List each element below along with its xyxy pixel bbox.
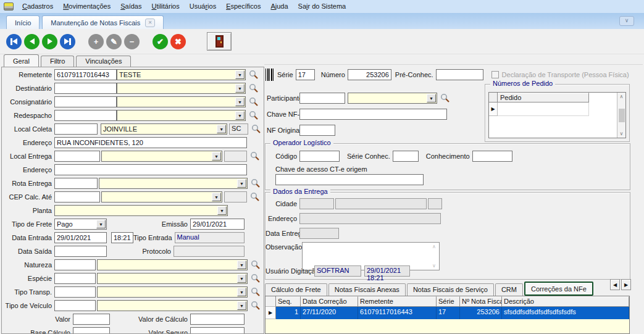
pedidos-scrollbar[interactable]: ∧ ∨ <box>617 93 625 138</box>
tipo-veiculo-code-input[interactable] <box>54 300 96 311</box>
chave-cte-input[interactable] <box>275 174 424 185</box>
exit-button[interactable] <box>207 32 232 51</box>
local-coleta-combo[interactable]: JOINVILLE ▼ <box>101 123 227 135</box>
search-icon[interactable] <box>248 83 259 94</box>
codigo-input[interactable] <box>299 151 340 162</box>
local-entrega-combo[interactable]: ▼ <box>101 151 222 162</box>
pedidos-row[interactable]: ▶ <box>489 102 617 116</box>
scroll-tabs-left-button[interactable]: ◀ <box>610 279 620 290</box>
natureza-combo[interactable]: ▼ <box>97 259 248 270</box>
chevron-down-icon[interactable]: ▼ <box>235 98 245 106</box>
chevron-down-icon[interactable]: ▼ <box>237 274 246 283</box>
redespacho-code-input[interactable] <box>54 110 117 121</box>
menu-item-utilitarios[interactable]: Utilitários <box>146 1 184 12</box>
confirm-button[interactable]: ✔ <box>153 34 168 49</box>
search-icon[interactable] <box>249 151 261 162</box>
search-icon[interactable] <box>250 259 261 270</box>
pre-conhec-input[interactable] <box>436 69 483 80</box>
participante-combo[interactable]: ▼ <box>348 93 437 104</box>
rota-entrega-code-input[interactable] <box>54 178 98 189</box>
chevron-down-icon[interactable]: ▼ <box>237 179 246 188</box>
chevron-down-icon[interactable]: ▼ <box>237 288 246 296</box>
chevron-down-icon[interactable]: ▼ <box>217 125 226 133</box>
scroll-down-icon[interactable]: ∨ <box>620 131 624 136</box>
consignatario-combo[interactable]: ▼ <box>117 96 246 107</box>
data-saida-input[interactable] <box>54 246 107 257</box>
natureza-code-input[interactable] <box>54 259 96 270</box>
search-icon[interactable] <box>248 96 259 107</box>
search-icon[interactable] <box>250 286 261 298</box>
close-icon[interactable]: ✕ <box>145 19 155 27</box>
cep-calc-code-input[interactable] <box>54 191 100 202</box>
tab-geral[interactable]: Geral <box>4 54 39 67</box>
last-record-button[interactable] <box>60 34 75 49</box>
menu-item-cadastros[interactable]: Cadastros <box>17 1 58 12</box>
scroll-thumb[interactable] <box>619 109 625 122</box>
tab-filtro[interactable]: Filtro <box>41 56 74 67</box>
search-icon[interactable] <box>250 273 261 284</box>
chevron-down-icon[interactable]: ▼ <box>237 301 246 310</box>
declaracao-transporte-checkbox[interactable] <box>491 71 499 78</box>
destinatario-code-input[interactable] <box>54 83 117 94</box>
destinatario-combo[interactable]: ▼ <box>117 83 246 94</box>
cancel-button[interactable]: ✖ <box>170 34 186 49</box>
pedido-cell[interactable] <box>498 102 589 116</box>
local-coleta-code-input[interactable] <box>54 123 98 135</box>
consignatario-code-input[interactable] <box>54 96 117 107</box>
observacao-scrollbar[interactable]: ∧ ∨ <box>430 244 438 269</box>
tab-crm[interactable]: CRM <box>495 283 523 296</box>
chevron-down-icon[interactable]: ▼ <box>212 193 221 201</box>
menu-item-movimentacoes[interactable]: Movimentações <box>58 1 115 12</box>
tipo-frete-combo[interactable]: Pago ▼ <box>54 219 107 230</box>
delete-record-button[interactable]: − <box>124 34 140 49</box>
search-icon[interactable] <box>250 178 261 189</box>
previous-record-button[interactable] <box>24 34 40 49</box>
search-icon[interactable] <box>249 191 261 202</box>
serie-conhec-input[interactable] <box>393 151 419 162</box>
chevron-down-icon[interactable]: ▼ <box>217 206 227 215</box>
tab-manutencao-notas-fiscais[interactable]: Manutenção de Notas Fiscais ✕ <box>42 15 164 29</box>
nf-original-input[interactable] <box>299 125 335 136</box>
participante-code-input[interactable] <box>299 93 345 104</box>
numero-input[interactable] <box>348 69 391 80</box>
cep-calc-combo[interactable]: ▼ <box>101 191 222 202</box>
valor-input[interactable] <box>73 314 110 325</box>
chevron-down-icon[interactable]: ▼ <box>235 111 245 120</box>
tipo-veiculo-combo[interactable]: ▼ <box>97 300 248 311</box>
chevron-down-icon[interactable]: ▼ <box>235 84 245 93</box>
search-icon[interactable] <box>250 300 261 311</box>
endereco-entrega-input[interactable] <box>54 164 247 175</box>
scroll-up-icon[interactable]: ∧ <box>620 94 624 99</box>
conhecimento-input[interactable] <box>472 151 512 162</box>
emissao-input[interactable] <box>190 219 245 230</box>
menu-item-usuarios[interactable]: Usuários <box>185 1 221 12</box>
scroll-tabs-right-button[interactable]: ▶ <box>621 279 631 290</box>
remetente-code-input[interactable] <box>54 69 117 80</box>
base-calculo-input[interactable] <box>73 327 110 334</box>
serie-input[interactable] <box>296 69 315 80</box>
menu-item-sair-do-sistema[interactable]: Sair do Sistema <box>293 1 351 12</box>
chevron-down-icon[interactable]: ▼ <box>235 70 245 79</box>
chave-nfe-input[interactable] <box>299 109 447 120</box>
tab-vinculacoes[interactable]: Vinculações <box>76 56 131 67</box>
table-row-selected[interactable]: ▶ 1 27/11/2020 61079117016443 17 253206 … <box>266 307 629 319</box>
valor-calculo-input[interactable] <box>190 314 245 325</box>
tab-correcoes-da-nfe[interactable]: Correções da NFe <box>524 282 593 296</box>
chevron-down-icon[interactable]: ▼ <box>237 261 246 269</box>
especie-combo[interactable]: ▼ <box>97 273 248 284</box>
tipo-transp-combo[interactable]: ▼ <box>97 286 248 298</box>
next-record-button[interactable] <box>42 34 57 49</box>
remetente-combo[interactable]: TESTE ▼ <box>117 69 246 80</box>
tab-notas-fiscais-de-servico[interactable]: Notas Fiscais de Serviço <box>407 283 494 296</box>
especie-code-input[interactable] <box>54 273 96 284</box>
edit-record-button[interactable]: ✎ <box>106 34 122 49</box>
first-record-button[interactable] <box>6 34 22 49</box>
menu-item-especificos[interactable]: Específicos <box>221 1 266 12</box>
search-icon[interactable] <box>251 123 262 135</box>
planta-combo[interactable]: ▼ <box>54 205 228 216</box>
endereco-coleta-input[interactable] <box>54 137 247 148</box>
scroll-down-icon[interactable]: ∨ <box>432 263 436 269</box>
chevron-down-icon[interactable]: ▼ <box>427 94 436 102</box>
search-icon[interactable] <box>248 110 259 121</box>
local-entrega-code-input[interactable] <box>54 151 100 162</box>
